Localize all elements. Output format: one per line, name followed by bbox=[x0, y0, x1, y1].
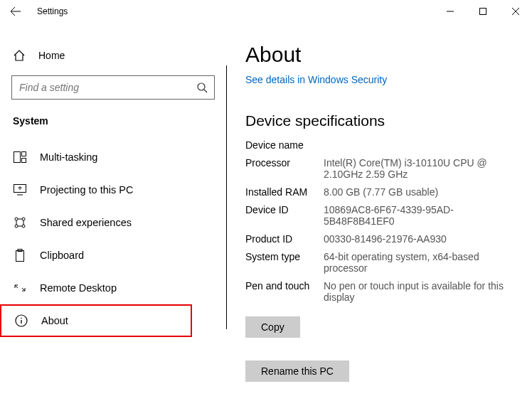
product-id-label: Product ID bbox=[245, 233, 324, 245]
svg-rect-4 bbox=[22, 159, 26, 163]
home-icon bbox=[13, 49, 26, 62]
device-id-value: 10869AC8-6F67-4339-95AD-5B48F8B41EF0 bbox=[324, 204, 519, 227]
copy-button[interactable]: Copy bbox=[245, 316, 300, 338]
svg-point-1 bbox=[198, 83, 205, 90]
svg-rect-3 bbox=[22, 152, 26, 156]
svg-point-13 bbox=[21, 318, 22, 319]
pen-touch-label: Pen and touch bbox=[245, 280, 324, 303]
projecting-icon bbox=[13, 184, 27, 196]
pen-touch-value: No pen or touch input is available for t… bbox=[324, 280, 519, 303]
close-icon bbox=[512, 8, 519, 15]
ram-value: 8.00 GB (7.77 GB usable) bbox=[324, 186, 438, 198]
ram-label: Installed RAM bbox=[245, 186, 324, 198]
search-box[interactable] bbox=[11, 75, 215, 100]
product-id-value: 00330-81496-21976-AA930 bbox=[324, 233, 447, 245]
home-label: Home bbox=[38, 50, 65, 61]
clipboard-icon bbox=[13, 249, 27, 262]
sidebar-item-shared[interactable]: Shared experiences bbox=[0, 206, 226, 239]
processor-label: Processor bbox=[245, 157, 324, 180]
sidebar-item-label: Multi-tasking bbox=[40, 151, 97, 163]
remote-desktop-icon bbox=[13, 282, 27, 294]
sidebar-item-label: Projecting to this PC bbox=[40, 184, 133, 196]
svg-point-6 bbox=[15, 218, 18, 220]
sidebar-item-label: Shared experiences bbox=[40, 217, 132, 228]
main-panel: About See details in Windows Security De… bbox=[227, 23, 532, 406]
shared-experiences-icon bbox=[13, 216, 27, 229]
sidebar-item-about[interactable]: About bbox=[0, 304, 192, 337]
arrow-left-icon bbox=[10, 6, 21, 17]
sidebar: Home System Multi-tasking Projecting to … bbox=[0, 23, 226, 406]
info-icon bbox=[14, 314, 28, 327]
maximize-icon bbox=[479, 8, 486, 15]
page-title: About bbox=[245, 43, 519, 67]
minimize-button[interactable] bbox=[434, 0, 467, 23]
svg-rect-2 bbox=[14, 152, 21, 163]
svg-rect-0 bbox=[480, 9, 486, 15]
maximize-button[interactable] bbox=[467, 0, 499, 23]
sidebar-item-label: About bbox=[41, 315, 68, 326]
svg-rect-10 bbox=[16, 251, 24, 262]
system-type-label: System type bbox=[245, 251, 324, 274]
system-type-value: 64-bit operating system, x64-based proce… bbox=[324, 251, 519, 274]
minimize-icon bbox=[447, 8, 454, 15]
sidebar-item-clipboard[interactable]: Clipboard bbox=[0, 239, 226, 272]
window-title: Settings bbox=[37, 6, 68, 16]
sidebar-item-projecting[interactable]: Projecting to this PC bbox=[0, 173, 226, 206]
rename-pc-button[interactable]: Rename this PC bbox=[245, 360, 349, 382]
device-id-label: Device ID bbox=[245, 204, 324, 227]
svg-point-7 bbox=[22, 218, 25, 220]
category-header: System bbox=[0, 100, 226, 131]
search-icon bbox=[190, 82, 214, 93]
sidebar-item-multitasking[interactable]: Multi-tasking bbox=[0, 141, 226, 173]
search-input[interactable] bbox=[12, 82, 190, 93]
sidebar-item-remote-desktop[interactable]: Remote Desktop bbox=[0, 272, 226, 304]
specs-heading: Device specifications bbox=[245, 112, 519, 129]
back-button[interactable] bbox=[0, 0, 31, 23]
multitasking-icon bbox=[13, 151, 27, 163]
svg-point-8 bbox=[15, 225, 18, 228]
titlebar: Settings bbox=[0, 0, 532, 23]
processor-value: Intel(R) Core(TM) i3-10110U CPU @ 2.10GH… bbox=[324, 157, 519, 180]
device-name-label: Device name bbox=[245, 139, 324, 151]
sidebar-item-label: Clipboard bbox=[40, 250, 84, 261]
close-button[interactable] bbox=[499, 0, 532, 23]
security-link[interactable]: See details in Windows Security bbox=[245, 74, 519, 85]
home-button[interactable]: Home bbox=[0, 41, 226, 70]
svg-point-9 bbox=[22, 225, 25, 228]
sidebar-item-label: Remote Desktop bbox=[40, 282, 117, 294]
